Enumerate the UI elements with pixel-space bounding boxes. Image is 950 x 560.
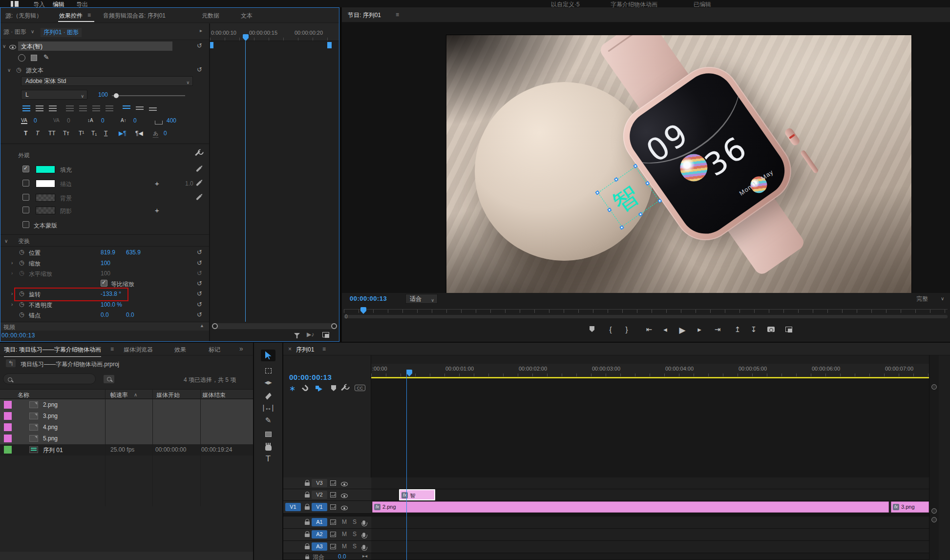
add-marker-button[interactable] xyxy=(586,325,598,333)
stroke-color-swatch[interactable] xyxy=(36,180,55,187)
breadcrumb[interactable]: 项目练习——字幕介绍物体动画.prproj xyxy=(21,360,119,369)
font-style-select[interactable]: L ∨ xyxy=(21,90,87,100)
column-divider[interactable] xyxy=(152,389,153,506)
clip-2png[interactable]: fx 2.png xyxy=(372,501,889,513)
appearance-settings-icon[interactable] xyxy=(197,150,198,158)
mute-button[interactable]: M xyxy=(342,519,347,525)
solo-button[interactable]: S xyxy=(353,519,357,525)
panel-menu-icon[interactable]: ≡ xyxy=(322,346,326,353)
project-row-4png[interactable]: 4.png xyxy=(0,422,253,433)
reset-icon[interactable]: ↺ xyxy=(197,66,202,73)
fx-badge[interactable]: fx xyxy=(401,492,408,498)
faux-bold-icon[interactable]: T xyxy=(24,130,27,137)
mark-in-button[interactable]: { xyxy=(605,325,616,333)
mute-button[interactable]: M xyxy=(342,531,347,538)
captions-icon[interactable]: CC xyxy=(355,385,365,391)
track-v3-header[interactable]: V3 xyxy=(283,477,371,489)
source-patch-badge[interactable]: V1 xyxy=(285,503,301,511)
label-color-chip[interactable] xyxy=(4,446,12,454)
track-visibility-icon[interactable] xyxy=(341,481,348,488)
video-frame[interactable]: 09 36 Mon 17 May 智 + xyxy=(446,35,911,298)
chevron-down-icon[interactable]: ∨ xyxy=(4,238,8,244)
chevron-down-icon[interactable]: ∨ xyxy=(31,29,34,34)
project-row-sequence[interactable]: 序列 01 25.00 fps 00:00:00:00 00:00:19:24 xyxy=(0,444,253,456)
timeline-empty-area[interactable] xyxy=(371,378,929,477)
panel-menu-icon[interactable]: ≡ xyxy=(87,12,91,19)
tab-program[interactable]: 节目: 序列01 xyxy=(348,11,381,20)
tab-effect-controls[interactable]: 效果控件 xyxy=(59,12,83,20)
kerning-value[interactable]: 0 xyxy=(67,117,70,124)
justify-last-center-icon[interactable] xyxy=(79,105,87,111)
search-bin-icon[interactable] xyxy=(104,375,114,383)
reset-icon[interactable]: ↺ xyxy=(197,42,202,49)
subscript-icon[interactable]: T₁ xyxy=(91,130,97,137)
all-caps-icon[interactable]: TT xyxy=(48,130,56,137)
ec-mini-timeline[interactable]: 0:00:00:10 00:00:00:15 00:00:00:20 ▶♪ xyxy=(209,23,339,341)
tab-sequence[interactable]: 序列01 xyxy=(296,346,314,354)
export-frame-button[interactable] xyxy=(765,325,777,333)
scroll-handle-right[interactable] xyxy=(331,323,337,329)
fill-checkbox[interactable] xyxy=(22,166,29,174)
target-clip-label[interactable]: 序列01 · 图形 xyxy=(41,28,82,37)
track-a2-body[interactable] xyxy=(371,529,929,541)
stroke-eyedropper-icon[interactable] xyxy=(198,180,200,188)
track-select-forward-tool[interactable] xyxy=(261,365,275,377)
timeline-playhead-line[interactable] xyxy=(406,370,407,560)
chevron-right-icon[interactable]: › xyxy=(11,291,13,296)
play-button[interactable]: ▶ xyxy=(676,325,688,335)
track-a3-header[interactable]: A3 M S xyxy=(283,541,371,553)
shadow-checkbox[interactable] xyxy=(22,207,29,215)
lock-icon[interactable] xyxy=(305,492,310,499)
project-h-scrollbar[interactable] xyxy=(0,552,253,560)
project-row-2png[interactable]: 2.png xyxy=(0,399,253,411)
font-family-select[interactable]: Adobe 宋体 Std ∨ xyxy=(21,76,193,86)
reset-icon[interactable]: ↺ xyxy=(197,259,202,267)
tab-media-browser[interactable]: 媒体浏览器 xyxy=(124,346,153,354)
superscript-icon[interactable]: T¹ xyxy=(79,130,84,137)
clip-graphic[interactable]: fx 智 xyxy=(399,489,435,500)
background-color-swatch[interactable] xyxy=(36,194,55,202)
close-icon[interactable]: × xyxy=(288,346,292,353)
fx-badge[interactable]: fx xyxy=(374,504,380,510)
column-divider[interactable] xyxy=(200,389,201,506)
track-v3-body[interactable] xyxy=(371,477,929,489)
slider-handle[interactable] xyxy=(114,93,119,98)
stroke-width-value[interactable]: 1.0 xyxy=(185,180,193,187)
collapse-up-icon[interactable]: ▲ xyxy=(200,323,204,328)
timeline-v-scrollbar[interactable] xyxy=(929,355,939,560)
stopwatch-icon[interactable]: ◷ xyxy=(19,311,24,318)
track-name-badge[interactable]: V1 xyxy=(312,503,327,511)
align-right-icon[interactable] xyxy=(49,105,57,111)
premiere-logo-icon[interactable] xyxy=(11,1,19,7)
paragraph-ltr-icon[interactable]: ▶¶ xyxy=(119,130,127,137)
reset-icon[interactable]: ↺ xyxy=(197,280,202,287)
zoom-level-select[interactable]: 适合 ∨ xyxy=(405,294,438,304)
lock-icon[interactable] xyxy=(305,555,309,560)
sync-lock-icon[interactable] xyxy=(330,504,336,511)
column-media-end[interactable]: 媒体结束 xyxy=(202,391,226,399)
voiceover-record-icon[interactable] xyxy=(362,544,365,551)
hand-tool[interactable] xyxy=(261,441,275,453)
tab-metadata[interactable]: 元数据 xyxy=(202,12,219,20)
text-layer-row[interactable]: ∨ 文本(智) ↺ xyxy=(0,41,209,51)
track-name-badge[interactable]: V3 xyxy=(312,479,327,487)
label-color-chip[interactable] xyxy=(4,401,12,409)
ripple-edit-tool[interactable]: ◂▸ xyxy=(261,378,275,390)
label-color-chip[interactable] xyxy=(4,423,12,431)
sync-lock-icon[interactable] xyxy=(330,519,336,526)
position-y-value[interactable]: 635.9 xyxy=(126,249,141,256)
shadow-color-swatch[interactable] xyxy=(36,207,55,214)
step-back-button[interactable]: ◂ xyxy=(659,325,671,334)
video-section-bar[interactable]: 视频 ▲ xyxy=(0,322,209,331)
tab-source-monitor[interactable]: 源:（无剪辑） xyxy=(5,12,42,20)
anchor-x-value[interactable]: 0.0 xyxy=(101,311,109,318)
stopwatch-icon[interactable]: ◷ xyxy=(19,249,24,255)
column-media-start[interactable]: 媒体开始 xyxy=(156,391,180,399)
font-size-slider[interactable] xyxy=(112,95,185,96)
align-center-icon[interactable] xyxy=(36,105,43,111)
scroll-knob[interactable] xyxy=(931,384,937,390)
search-input[interactable] xyxy=(15,374,93,383)
scale-value[interactable]: 100 xyxy=(101,260,110,267)
align-left-icon[interactable] xyxy=(22,105,30,111)
column-fps[interactable]: 帧速率 xyxy=(110,391,128,399)
